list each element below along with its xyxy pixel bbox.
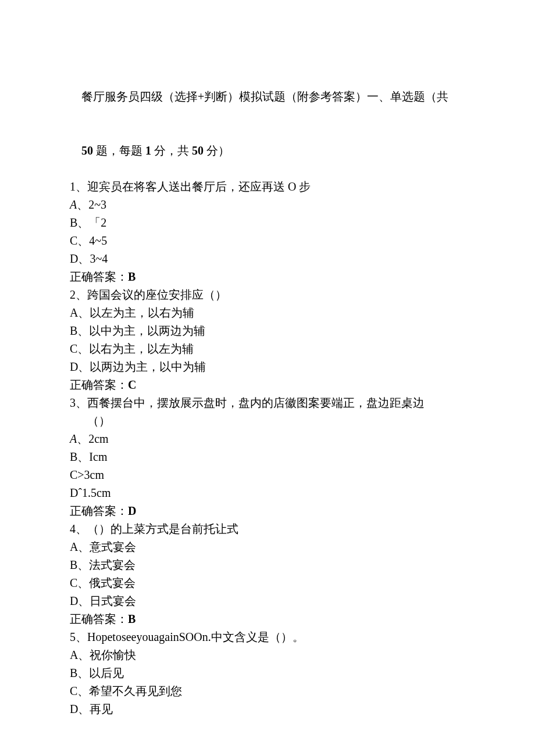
exam-header: 餐厅服务员四级（选择+判断）模拟试题（附参考答案）一、单选题（共 — [70, 70, 465, 124]
document-page: 餐厅服务员四级（选择+判断）模拟试题（附参考答案）一、单选题（共 50 题，每题… — [0, 0, 535, 741]
header-text-2b: 分，共 — [151, 144, 192, 157]
q5-option-b: B、以后见 — [70, 664, 465, 682]
q3-answer-value: D — [128, 504, 136, 517]
q2-answer-label: 正确答案： — [70, 378, 128, 391]
q4-option-a: A、意式宴会 — [70, 538, 465, 556]
q4-answer-value: B — [128, 612, 135, 625]
q1-answer-value: B — [128, 270, 135, 283]
q3-option-a: A、2cm — [70, 430, 465, 448]
q4-stem: 4、（）的上菜方式是台前托让式 — [70, 520, 465, 538]
q1-answer-label: 正确答案： — [70, 270, 128, 283]
q3-answer-label: 正确答案： — [70, 504, 128, 517]
q1-option-a-bullet: A — [70, 198, 77, 211]
q3-option-b: B、Icm — [70, 448, 465, 466]
q1-option-a: A、2~3 — [70, 196, 465, 214]
q2-answer-value: C — [128, 378, 136, 391]
q4-option-c: C、俄式宴会 — [70, 574, 465, 592]
q1-stem: 1、迎宾员在将客人送出餐厅后，还应再送 O 步 — [70, 178, 465, 196]
q2-option-a: A、以左为主，以右为辅 — [70, 304, 465, 322]
q2-option-b: B、以中为主，以两边为辅 — [70, 322, 465, 340]
header-text-2a: 题，每题 — [93, 144, 145, 157]
q5-stem: 5、HopetoseeyouagainSOOn.中文含义是（）。 — [70, 628, 465, 646]
q1-option-a-text: 、2~3 — [77, 198, 106, 211]
q4-answer-label: 正确答案： — [70, 612, 128, 625]
q3-option-a-text: 、2cm — [77, 432, 108, 445]
header-total: 50 — [192, 144, 204, 157]
q2-answer: 正确答案：C — [70, 376, 465, 394]
q3-stem-line1: 3、西餐摆台中，摆放展示盘时，盘内的店徽图案要端正，盘边距桌边 — [70, 394, 465, 412]
q3-stem-line2: （） — [70, 412, 465, 430]
q4-option-b: B、法式宴会 — [70, 556, 465, 574]
q5-option-a: A、祝你愉快 — [70, 646, 465, 664]
q2-stem: 2、跨国会议的座位安排应（） — [70, 286, 465, 304]
q5-option-d: D、再见 — [70, 700, 465, 718]
q3-option-d: Dˆ1.5cm — [70, 484, 465, 502]
q1-option-b: B、「2 — [70, 214, 465, 232]
q4-answer: 正确答案：B — [70, 610, 465, 628]
header-count: 50 — [81, 144, 93, 157]
q1-option-d: D、3~4 — [70, 250, 465, 268]
q3-option-c: C>3cm — [70, 466, 465, 484]
exam-header-line2: 50 题，每题 1 分，共 50 分） — [70, 124, 465, 178]
q2-option-c: C、以右为主，以左为辅 — [70, 340, 465, 358]
q1-option-c: C、4~5 — [70, 232, 465, 250]
q2-option-d: D、以两边为主，以中为辅 — [70, 358, 465, 376]
header-per: 1 — [145, 144, 151, 157]
q3-option-a-bullet: A — [70, 432, 77, 445]
q5-option-c: C、希望不久再见到您 — [70, 682, 465, 700]
q1-answer: 正确答案：B — [70, 268, 465, 286]
header-text-2c: 分） — [204, 144, 230, 157]
q4-option-d: D、日式宴会 — [70, 592, 465, 610]
q3-answer: 正确答案：D — [70, 502, 465, 520]
header-text-1: 餐厅服务员四级（选择+判断）模拟试题（附参考答案）一、单选题（共 — [81, 90, 448, 103]
